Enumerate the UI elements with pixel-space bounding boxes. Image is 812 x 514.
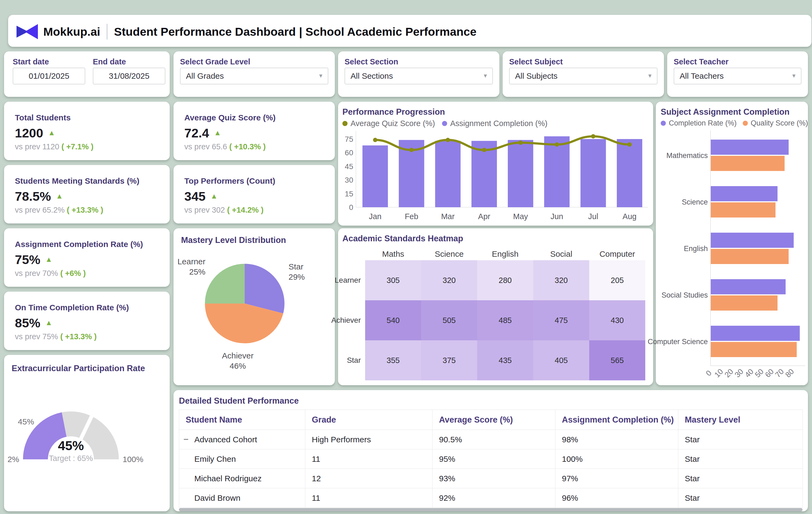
quiz-point-Jul[interactable] — [591, 134, 596, 139]
subject-select[interactable]: All Subjects ▼ — [509, 68, 658, 84]
completion-bar-social-studies[interactable] — [711, 279, 785, 294]
pie-slice-learner[interactable] — [205, 264, 245, 304]
kpi-title: Total Students — [15, 113, 70, 122]
kpi-prev: vs prev 70% — [15, 269, 58, 278]
gauge-chart[interactable]: 45%2%100%45%Target : 65% — [4, 355, 170, 511]
legend-label: Assignment Completion (%) — [450, 119, 547, 128]
quality-bar-computer-science[interactable] — [711, 342, 797, 357]
heatmap-col-header: English — [477, 248, 533, 260]
table-header-row: Student NameGradeAverage Score (%)Assign… — [179, 410, 803, 430]
table-col-header[interactable]: Average Score (%) — [433, 410, 555, 430]
progression-chart[interactable]: 01530456075JanFebMarAprMayJunJulAug — [341, 129, 650, 223]
table-col-header[interactable]: Assignment Completion (%) — [555, 410, 678, 430]
section-select-label: Select Section — [345, 57, 398, 66]
table-row[interactable]: David Brown1192%96%Star — [179, 488, 803, 508]
subject-bar-chart[interactable]: MathematicsScienceEnglishSocial StudiesC… — [658, 130, 806, 382]
heatmap-row-label: Learner — [342, 260, 365, 300]
table-row[interactable]: Michael Rodriguez1293%97%Star — [179, 469, 803, 488]
subject-select-label: Select Subject — [509, 57, 563, 66]
table-col-header[interactable]: Student Name — [179, 410, 305, 430]
quality-bar-english[interactable] — [711, 249, 789, 264]
quality-bar-science[interactable] — [711, 202, 776, 217]
kpi-title: Top Performers (Count) — [184, 176, 275, 186]
heatmap-cell-achiever-social[interactable]: 475 — [533, 300, 589, 340]
section-select[interactable]: All Sections ▼ — [345, 68, 493, 84]
completion-bar-Jul[interactable] — [581, 139, 606, 207]
table-col-header[interactable]: Grade — [305, 410, 433, 430]
heatmap-cell-learner-maths[interactable]: 305 — [365, 260, 421, 300]
heatmap-col-header: Science — [421, 248, 477, 260]
end-date-input[interactable]: 31/08/2025 — [93, 68, 165, 84]
svg-text:Mar: Mar — [441, 212, 455, 221]
heatmap-cell-star-science[interactable]: 375 — [421, 340, 477, 380]
heatmap-col-header: Computer — [589, 248, 645, 260]
quiz-point-Feb[interactable] — [409, 148, 413, 152]
start-date-label: Start date — [13, 57, 49, 66]
legend-item-assignment-completion[interactable]: Assignment Completion (%) — [442, 119, 547, 128]
kpi-value: 85% — [15, 315, 40, 330]
quiz-point-Mar[interactable] — [446, 138, 450, 142]
completion-bar-May[interactable] — [508, 140, 533, 207]
quality-bar-mathematics[interactable] — [711, 156, 785, 171]
teacher-select-label: Select Teacher — [674, 57, 729, 66]
quiz-point-Apr[interactable] — [482, 148, 486, 152]
start-date-input[interactable]: 01/01/2025 — [13, 68, 85, 84]
completion-bar-computer-science[interactable] — [711, 326, 800, 341]
heatmap-cell-achiever-maths[interactable]: 540 — [365, 300, 421, 340]
heatmap-cell-learner-social[interactable]: 320 — [533, 260, 589, 300]
completion-bar-science[interactable] — [711, 186, 778, 201]
quiz-point-May[interactable] — [518, 141, 523, 145]
completion-bar-Mar[interactable] — [435, 141, 461, 207]
quiz-point-Jun[interactable] — [555, 142, 559, 147]
completion-bar-Jun[interactable] — [544, 137, 570, 207]
svg-text:0: 0 — [349, 203, 353, 212]
quiz-point-Aug[interactable] — [628, 142, 632, 147]
completion-bar-Aug[interactable] — [617, 139, 642, 207]
kpi-delta: ( +13.3% ) — [60, 332, 97, 341]
svg-text:Star: Star — [289, 262, 303, 271]
svg-text:2%: 2% — [7, 455, 19, 464]
student-name: Michael Rodriguez — [194, 474, 261, 483]
legend-item-quality-score[interactable]: Quality Score (%) — [743, 119, 808, 127]
svg-text:60: 60 — [345, 149, 353, 157]
completion-bar-english[interactable] — [711, 233, 793, 248]
heatmap-cell-achiever-computer[interactable]: 430 — [589, 300, 645, 340]
completion-bar-mathematics[interactable] — [711, 140, 789, 155]
grade-select[interactable]: All Grades ▼ — [180, 68, 328, 84]
heatmap-cell-learner-english[interactable]: 280 — [477, 260, 533, 300]
heatmap-cell-star-maths[interactable]: 355 — [365, 340, 421, 380]
quiz-point-Jan[interactable] — [373, 138, 377, 142]
svg-text:Achiever: Achiever — [222, 351, 254, 360]
svg-text:75: 75 — [345, 135, 353, 143]
heatmap-cell-achiever-science[interactable]: 505 — [421, 300, 477, 340]
table-row[interactable]: −Advanced CohortHigh Performers90.5%98%S… — [179, 430, 803, 449]
pie-chart[interactable]: Star29%Achiever46%Learner25% — [174, 228, 335, 385]
kpi-title: Assignment Completion Rate (%) — [15, 240, 143, 249]
completion-bar-Jan[interactable] — [362, 146, 388, 207]
heatmap-cell-learner-science[interactable]: 320 — [421, 260, 477, 300]
kpi-value: 345 — [184, 189, 205, 204]
table-card: Detailed Student Performance Student Nam… — [174, 390, 808, 511]
kpi-delta: ( +6% ) — [60, 269, 86, 278]
mastery-level-cell: Star — [678, 488, 803, 508]
heatmap-cell-achiever-english[interactable]: 485 — [477, 300, 533, 340]
legend-dot-purple — [442, 121, 447, 126]
legend-item-completion-rate[interactable]: Completion Rate (%) — [661, 119, 737, 127]
legend-item-quiz-score[interactable]: Average Quiz Score (%) — [342, 119, 435, 128]
average-score-cell: 92% — [433, 488, 555, 508]
svg-text:25%: 25% — [189, 267, 205, 276]
table-horizontal-scrollbar[interactable] — [179, 508, 803, 511]
quality-bar-social-studies[interactable] — [711, 295, 778, 310]
table-row[interactable]: Emily Chen1195%100%Star — [179, 449, 803, 469]
collapse-minus-icon[interactable]: − — [183, 434, 188, 444]
table-col-header[interactable]: Mastery Level — [678, 410, 803, 430]
teacher-select[interactable]: All Teachers ▼ — [674, 68, 802, 84]
subject-legend: Completion Rate (%) Quality Score (%) — [661, 119, 808, 127]
heatmap-cell-star-english[interactable]: 435 — [477, 340, 533, 380]
heatmap-cell-star-computer[interactable]: 565 — [589, 340, 645, 380]
heatmap-cell-learner-computer[interactable]: 205 — [589, 260, 645, 300]
svg-text:45%: 45% — [18, 417, 34, 426]
grade-cell: High Performers — [305, 430, 433, 449]
heatmap-cell-star-social[interactable]: 405 — [533, 340, 589, 380]
brand-name: Mokkup.ai — [43, 25, 100, 38]
